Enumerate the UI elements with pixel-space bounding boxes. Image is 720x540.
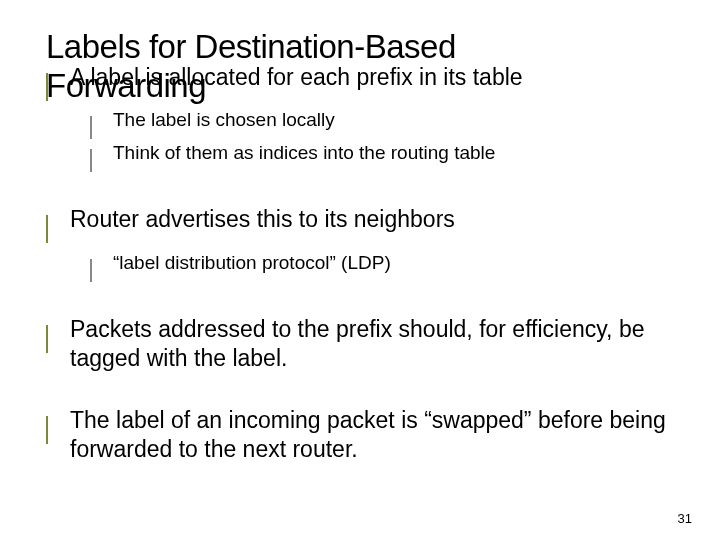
- title-line-1: Labels for Destination-Based: [46, 28, 456, 65]
- slide-number: 31: [678, 511, 692, 526]
- bullet-square-icon: [46, 416, 56, 445]
- bullet-text: Router advertises this to its neighbors: [70, 205, 674, 234]
- bullet-level2: Think of them as indices into the routin…: [90, 141, 674, 173]
- bullet-square-icon: [46, 215, 56, 244]
- bullet-square-icon: [46, 73, 56, 102]
- bullet-level1: A label is allocated for each prefix in …: [46, 63, 674, 102]
- bullet-text: Think of them as indices into the routin…: [113, 141, 674, 165]
- bullet-text: The label of an incoming packet is “swap…: [70, 406, 674, 465]
- bullet-square-small-icon: [90, 259, 99, 283]
- bullet-square-small-icon: [90, 149, 99, 173]
- bullet-square-icon: [46, 325, 56, 354]
- bullet-level2: “label distribution protocol” (LDP): [90, 251, 674, 283]
- bullet-text: The label is chosen locally: [113, 108, 674, 132]
- bullet-text: “label distribution protocol” (LDP): [113, 251, 674, 275]
- bullet-level1: The label of an incoming packet is “swap…: [46, 406, 674, 465]
- slide: Labels for Destination-Based Forwarding …: [0, 0, 720, 540]
- slide-body: A label is allocated for each prefix in …: [46, 63, 674, 471]
- bullet-square-small-icon: [90, 116, 99, 140]
- bullet-level1: Router advertises this to its neighbors: [46, 205, 674, 244]
- bullet-level2: The label is chosen locally: [90, 108, 674, 140]
- bullet-level1: Packets addressed to the prefix should, …: [46, 315, 674, 374]
- bullet-text: A label is allocated for each prefix in …: [70, 63, 674, 92]
- bullet-text: Packets addressed to the prefix should, …: [70, 315, 674, 374]
